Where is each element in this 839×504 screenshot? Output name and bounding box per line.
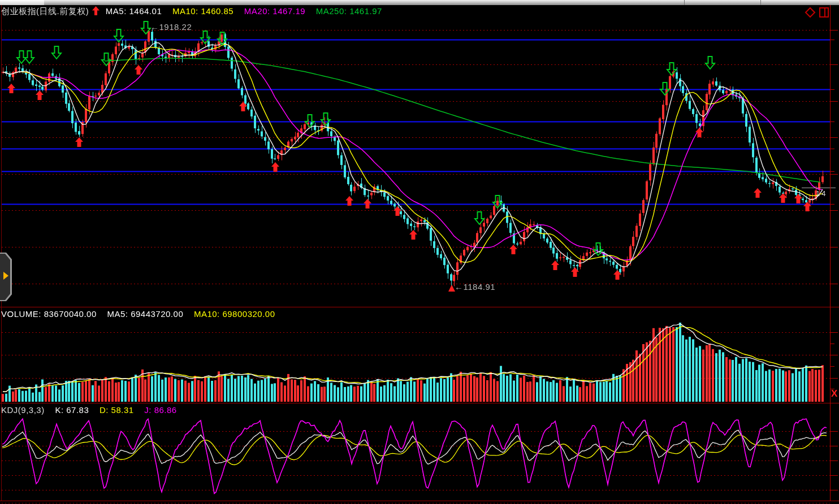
kdj-k-value: K: 67.83 — [55, 405, 89, 415]
kdj-panel-header: KDJ(9,3,3) K: 67.83 D: 58.31 J: 86.86 — [1, 405, 185, 415]
tdx-chart-window: 创业板指(日线.前复权) MA5: 1464.01 MA10: 1460.85 … — [0, 0, 839, 504]
latest-price-tag: 14 — [816, 189, 827, 198]
titlebar-separator — [760, 0, 761, 5]
ma10-value: MA10: 1460.85 — [172, 6, 233, 16]
kdj-j-value: J: 86.86 — [144, 405, 176, 415]
sidebar-collapse-tab[interactable] — [0, 253, 12, 301]
volume-ma5-value: MA5: 69443720.00 — [107, 309, 183, 319]
high-price-annotation: ←1918.22 — [150, 22, 192, 32]
volume-ma10-value: MA10: 69800320.00 — [194, 309, 275, 319]
symbol-title: 创业板指(日线.前复权) — [1, 6, 89, 16]
ma5-value: MA5: 1464.01 — [106, 6, 162, 16]
volume-panel-header: VOLUME: 83670040.00 MA5: 69443720.00 MA1… — [1, 309, 283, 319]
window-restore-icon[interactable] — [819, 7, 829, 18]
corner-icons — [805, 7, 829, 18]
titlebar-left-segment — [0, 0, 44, 5]
kdj-d-value: D: 58.31 — [100, 405, 134, 415]
diamond-icon[interactable] — [805, 7, 816, 18]
ma250-value: MA250: 1461.97 — [316, 6, 382, 16]
window-titlebar — [0, 0, 839, 5]
main-chart-header: 创业板指(日线.前复权) MA5: 1464.01 MA10: 1460.85 … — [1, 6, 390, 17]
titlebar-separator — [684, 0, 685, 5]
volume-value: VOLUME: 83670040.00 — [1, 309, 97, 319]
ma20-value: MA20: 1467.19 — [244, 6, 305, 16]
expand-arrow-icon — [3, 272, 8, 280]
indicator-close-button[interactable]: X — [831, 389, 837, 398]
chart-canvas[interactable] — [0, 0, 839, 504]
low-price-annotation: ←1184.91 — [455, 282, 495, 292]
up-arrow-icon — [92, 6, 100, 15]
kdj-name: KDJ(9,3,3) — [1, 405, 45, 415]
